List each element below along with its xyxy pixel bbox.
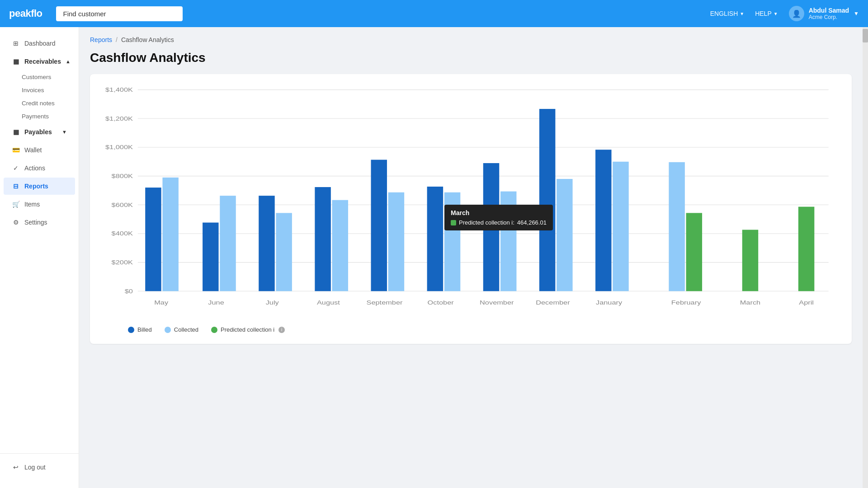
legend-billed-label: Billed — [137, 326, 152, 333]
sidebar-label-settings: Settings — [24, 219, 47, 226]
svg-text:$600K: $600K — [112, 202, 133, 208]
svg-rect-36 — [742, 230, 758, 291]
svg-rect-35 — [686, 213, 702, 291]
legend-predicted-dot — [211, 327, 217, 333]
svg-text:June: June — [208, 300, 224, 306]
chart-card: $1,400K $1,200K $1,000K $800K $600K $400… — [90, 74, 852, 344]
svg-rect-20 — [259, 196, 274, 291]
dashboard-icon: ⊞ — [12, 39, 20, 47]
logo: peakflo — [9, 8, 42, 19]
svg-rect-21 — [276, 213, 292, 291]
sidebar-item-wallet[interactable]: 💳 Wallet — [4, 141, 75, 159]
search-input[interactable]: Find customer — [56, 6, 183, 21]
svg-text:April: April — [799, 300, 814, 306]
sidebar-label-reports: Reports — [24, 183, 48, 190]
breadcrumb-current: Cashflow Analytics — [121, 36, 174, 43]
svg-text:$1,400K: $1,400K — [105, 87, 133, 93]
sidebar-item-invoices[interactable]: Invoices — [4, 84, 75, 97]
svg-rect-30 — [539, 109, 555, 291]
svg-rect-25 — [388, 192, 404, 291]
sidebar-label-dashboard: Dashboard — [24, 40, 56, 47]
sidebar-item-items[interactable]: 🛒 Items — [4, 196, 75, 213]
svg-rect-34 — [669, 162, 684, 291]
svg-text:May: May — [154, 300, 169, 306]
svg-rect-22 — [315, 187, 330, 291]
actions-icon: ✓ — [12, 164, 20, 172]
legend-billed-dot — [128, 327, 134, 333]
logout-button[interactable]: ↩ Log out — [4, 459, 75, 476]
svg-rect-27 — [444, 192, 460, 291]
legend-collected: Collected — [165, 326, 198, 333]
breadcrumb-separator: / — [116, 36, 118, 43]
svg-text:February: February — [671, 300, 701, 306]
svg-rect-33 — [613, 162, 628, 291]
breadcrumb-reports-link[interactable]: Reports — [90, 36, 112, 43]
svg-text:September: September — [366, 300, 402, 306]
svg-text:$800K: $800K — [112, 173, 133, 179]
logout-icon: ↩ — [12, 463, 20, 471]
help-button[interactable]: HELP ▼ — [755, 10, 778, 17]
items-icon: 🛒 — [12, 200, 20, 208]
app-header: peakflo Find customer ENGLISH ▼ HELP ▼ 👤… — [0, 0, 868, 27]
legend-predicted: Predicted collection i i — [211, 326, 285, 333]
sidebar-label-items: Items — [24, 201, 40, 208]
svg-text:$400K: $400K — [112, 230, 133, 237]
predicted-info-icon[interactable]: i — [278, 327, 285, 333]
page-title: Cashflow Analytics — [90, 51, 852, 65]
svg-text:August: August — [317, 300, 340, 306]
breadcrumb: Reports / Cashflow Analytics — [90, 36, 852, 43]
legend-collected-label: Collected — [174, 326, 198, 333]
sidebar-label-actions: Actions — [24, 164, 45, 172]
sidebar-label-wallet: Wallet — [24, 146, 42, 154]
sidebar-item-payables[interactable]: ▦ Payables ▼ — [4, 123, 75, 141]
payables-icon: ▦ — [12, 128, 20, 136]
user-info: Abdul Samad Acme Corp. — [809, 7, 849, 20]
language-chevron-icon: ▼ — [740, 11, 744, 16]
svg-rect-17 — [162, 178, 178, 291]
right-scrollbar[interactable] — [863, 27, 868, 488]
svg-text:December: December — [536, 300, 570, 306]
svg-text:July: July — [266, 300, 279, 306]
avatar: 👤 — [789, 6, 804, 21]
svg-text:$1,200K: $1,200K — [105, 115, 133, 122]
svg-rect-37 — [798, 207, 814, 291]
sidebar-item-customers[interactable]: Customers — [4, 70, 75, 84]
svg-text:March: March — [740, 300, 760, 306]
sidebar-item-settings[interactable]: ⚙ Settings — [4, 214, 75, 231]
user-chevron-icon: ▼ — [854, 10, 859, 17]
main-layout: ⊞ Dashboard ▦ Receivables ▲ Customers In… — [0, 27, 868, 488]
svg-text:October: October — [428, 300, 454, 306]
svg-rect-31 — [557, 179, 572, 291]
svg-rect-28 — [483, 163, 499, 291]
user-menu[interactable]: 👤 Abdul Samad Acme Corp. ▼ — [789, 6, 859, 21]
sidebar-item-dashboard[interactable]: ⊞ Dashboard — [4, 35, 75, 52]
help-chevron-icon: ▼ — [774, 11, 778, 16]
svg-text:$200K: $200K — [112, 259, 133, 266]
svg-text:January: January — [596, 300, 623, 306]
svg-text:$1,000K: $1,000K — [105, 144, 133, 150]
sidebar-item-credit-notes[interactable]: Credit notes — [4, 97, 75, 110]
legend-collected-dot — [165, 327, 171, 333]
svg-rect-18 — [203, 223, 218, 291]
sidebar-item-reports[interactable]: ⊟ Reports — [4, 178, 75, 195]
chart-legend: Billed Collected Predicted collection i … — [101, 326, 841, 333]
svg-text:November: November — [480, 300, 514, 306]
sidebar-item-payments[interactable]: Payments — [4, 110, 75, 123]
legend-billed: Billed — [128, 326, 152, 333]
payables-chevron-icon: ▼ — [62, 129, 67, 135]
svg-rect-19 — [220, 196, 236, 291]
svg-rect-24 — [371, 160, 387, 291]
language-button[interactable]: ENGLISH ▼ — [710, 10, 744, 17]
svg-rect-23 — [332, 200, 348, 291]
scrollbar-thumb[interactable] — [863, 29, 868, 42]
sidebar: ⊞ Dashboard ▦ Receivables ▲ Customers In… — [0, 27, 79, 488]
svg-rect-26 — [427, 187, 443, 291]
user-company: Acme Corp. — [809, 14, 849, 20]
sidebar-item-receivables[interactable]: ▦ Receivables ▲ — [4, 53, 75, 70]
cashflow-chart: $1,400K $1,200K $1,000K $800K $600K $400… — [101, 85, 841, 320]
sidebar-label-logout: Log out — [24, 464, 46, 471]
svg-rect-16 — [145, 188, 161, 291]
chart-area: $1,400K $1,200K $1,000K $800K $600K $400… — [101, 85, 841, 320]
receivables-icon: ▦ — [12, 57, 20, 66]
sidebar-item-actions[interactable]: ✓ Actions — [4, 160, 75, 177]
